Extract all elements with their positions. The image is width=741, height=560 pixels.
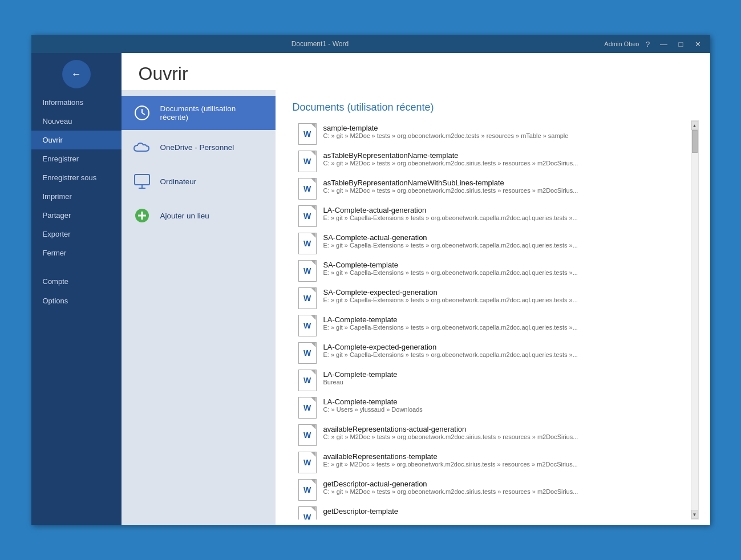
sidebar-item-ouvrir[interactable]: Ouvrir: [31, 131, 122, 149]
maximize-button[interactable]: □: [674, 38, 689, 50]
sidebar-item-imprimer[interactable]: Imprimer: [31, 187, 122, 206]
scroll-thumb[interactable]: [692, 130, 698, 153]
file-path: E: » git » M2Doc » tests » org.obeonetwo…: [323, 461, 686, 468]
scrollbar[interactable]: ▲ ▼: [691, 120, 699, 520]
file-name: getDescriptor-template: [323, 507, 686, 516]
file-item[interactable]: W availableRepresentations-template E: »…: [293, 449, 691, 476]
file-name: SA-Complete-expected-generation: [323, 288, 686, 297]
files-panel: Documents (utilisation récente) W sample…: [276, 90, 710, 525]
clock-icon: [132, 103, 152, 123]
file-name: asTableByRepresentationName-template: [323, 151, 686, 160]
app-body: ← Informations Nouveau Ouvrir Enregistre…: [31, 53, 710, 525]
scroll-up-button[interactable]: ▲: [691, 121, 698, 130]
plus-icon: [132, 205, 152, 226]
file-path: C: » git » M2Doc » tests » org.obeonetwo…: [323, 187, 686, 194]
sidebar-item-informations[interactable]: Informations: [31, 93, 122, 112]
sidebar-item-options[interactable]: Options: [31, 291, 122, 311]
file-item[interactable]: W LA-Complete-expected-generation E: » g…: [293, 339, 691, 367]
sidebar-item-nouveau[interactable]: Nouveau: [31, 112, 122, 131]
file-path: C: » git » M2Doc » tests » org.obeonetwo…: [323, 132, 686, 139]
sidebar-item-partager[interactable]: Partager: [31, 206, 122, 225]
file-item[interactable]: W availableRepresentations-actual-genera…: [293, 421, 691, 449]
file-item[interactable]: W sample-template C: » git » M2Doc » tes…: [293, 120, 691, 148]
file-icon-8: W: [297, 343, 318, 363]
file-name: getDescriptor-actual-generation: [323, 480, 686, 488]
location-ordinateur[interactable]: Ordinateur: [122, 164, 276, 198]
file-icon-3: W: [297, 206, 318, 226]
file-path: E: » git » Capella-Extensions » tests » …: [323, 242, 686, 249]
file-name: LA-Complete-template: [323, 370, 686, 379]
file-icon-13: W: [297, 480, 318, 500]
file-item[interactable]: W getDescriptor-template: [293, 504, 691, 520]
file-item[interactable]: W LA-Complete-template C: » Users » ylus…: [293, 394, 691, 421]
file-name: LA-Complete-expected-generation: [323, 343, 686, 351]
file-icon-9: W: [297, 370, 318, 391]
file-icon-10: W: [297, 397, 318, 418]
file-item[interactable]: W SA-Complete-expected-generation E: » g…: [293, 285, 691, 312]
file-icon-12: W: [297, 452, 318, 473]
scroll-down-button[interactable]: ▼: [691, 510, 698, 519]
location-ajouter[interactable]: Ajouter un lieu: [122, 198, 276, 233]
svg-rect-3: [135, 175, 149, 185]
back-icon: ←: [71, 68, 82, 80]
title-bar-center: Document1 - Word: [36, 40, 605, 48]
file-path: C: » Users » ylussaud » Downloads: [323, 406, 686, 413]
user-label: Admin Obeo: [604, 40, 639, 47]
sidebar: ← Informations Nouveau Ouvrir Enregistre…: [31, 53, 122, 525]
file-path: E: » git » Capella-Extensions » tests » …: [323, 351, 686, 358]
file-path: Bureau: [323, 379, 686, 385]
file-name: availableRepresentations-template: [323, 452, 686, 461]
files-header: Documents (utilisation récente): [293, 102, 699, 113]
file-item[interactable]: W LA-Complete-template Bureau: [293, 367, 691, 394]
back-button[interactable]: ←: [62, 60, 91, 88]
main-content: Ouvrir Documents (utilisation récente): [122, 53, 710, 525]
location-onedrive[interactable]: OneDrive - Personnel: [122, 130, 276, 164]
files-list-container: W sample-template C: » git » M2Doc » tes…: [293, 120, 699, 520]
file-path: C: » git » M2Doc » tests » org.obeonetwo…: [323, 160, 686, 167]
file-name: SA-Complete-template: [323, 261, 686, 269]
sidebar-item-enregistrer[interactable]: Enregistrer: [31, 149, 122, 168]
file-name: availableRepresentations-actual-generati…: [323, 425, 686, 433]
file-item[interactable]: W LA-Complete-actual-generation E: » git…: [293, 202, 691, 230]
help-button[interactable]: ?: [642, 38, 654, 50]
file-icon-1: W: [297, 151, 318, 172]
location-onedrive-label: OneDrive - Personnel: [160, 143, 234, 152]
page-title: Ouvrir: [122, 53, 710, 90]
file-name: asTableByRepresentationNameWithSubLines-…: [323, 178, 686, 187]
file-name: sample-template: [323, 124, 686, 132]
file-path: E: » git » Capella-Extensions » tests » …: [323, 214, 686, 221]
file-path: E: » git » Capella-Extensions » tests » …: [323, 297, 686, 303]
file-path: C: » git » M2Doc » tests » org.obeonetwo…: [323, 488, 686, 495]
content-area: Documents (utilisation récente) OneDrive…: [122, 90, 710, 525]
file-item[interactable]: W SA-Complete-actual-generation E: » git…: [293, 230, 691, 257]
main-window: Document1 - Word Admin Obeo ? — □ ✕ ← In…: [31, 35, 710, 525]
sidebar-item-fermer[interactable]: Fermer: [31, 244, 122, 262]
sidebar-item-enregistrer-sous[interactable]: Enregistrer sous: [31, 168, 122, 187]
close-button[interactable]: ✕: [691, 38, 706, 50]
files-list: W sample-template C: » git » M2Doc » tes…: [293, 120, 691, 520]
cloud-icon: [132, 137, 152, 157]
file-name: SA-Complete-actual-generation: [323, 233, 686, 242]
locations-panel: Documents (utilisation récente) OneDrive…: [122, 90, 276, 525]
sidebar-item-compte[interactable]: Compte: [31, 272, 122, 291]
file-item[interactable]: W asTableByRepresentationNameWithSubLine…: [293, 175, 691, 202]
file-item[interactable]: W LA-Complete-template E: » git » Capell…: [293, 312, 691, 339]
file-item[interactable]: W getDescriptor-actual-generation C: » g…: [293, 476, 691, 504]
sidebar-item-exporter[interactable]: Exporter: [31, 225, 122, 244]
file-icon-14: W: [297, 507, 318, 520]
title-bar-right: Admin Obeo ? — □ ✕: [604, 38, 705, 50]
location-ordinateur-label: Ordinateur: [160, 177, 197, 186]
file-item[interactable]: W asTableByRepresentationName-template C…: [293, 148, 691, 175]
file-path: E: » git » Capella-Extensions » tests » …: [323, 324, 686, 331]
file-icon-5: W: [297, 261, 318, 281]
minimize-button[interactable]: —: [657, 38, 671, 50]
location-recent-label: Documents (utilisation récente): [160, 104, 265, 121]
location-recent[interactable]: Documents (utilisation récente): [122, 96, 276, 130]
computer-icon: [132, 171, 152, 192]
svg-line-2: [142, 113, 145, 115]
file-icon-4: W: [297, 233, 318, 254]
file-name: LA-Complete-actual-generation: [323, 206, 686, 214]
file-item[interactable]: W SA-Complete-template E: » git » Capell…: [293, 257, 691, 285]
scroll-track: [691, 130, 698, 510]
location-ajouter-label: Ajouter un lieu: [160, 212, 209, 220]
